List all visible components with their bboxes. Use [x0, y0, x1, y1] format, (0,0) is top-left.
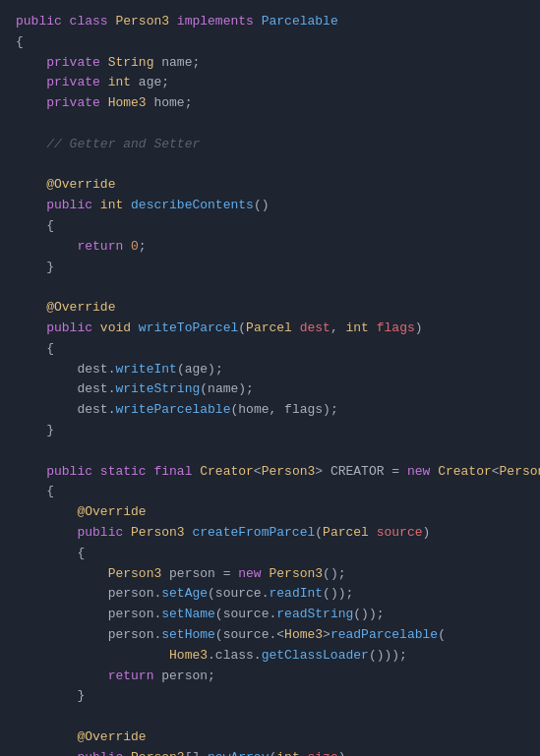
- code-token: writeParcelable: [115, 402, 230, 417]
- code-line: public int describeContents(): [16, 196, 524, 216]
- code-token: Home3: [108, 95, 154, 110]
- code-token: age;: [139, 75, 169, 89]
- code-token: new: [407, 464, 438, 479]
- code-token: (name);: [200, 381, 254, 396]
- code-token: readInt: [269, 586, 323, 601]
- code-token: [16, 607, 108, 621]
- code-line: {: [16, 216, 524, 237]
- code-token: <: [492, 464, 500, 479]
- code-token: 0: [131, 239, 139, 254]
- code-line: Person3 person = new Person3();: [16, 564, 524, 585]
- code-token: [16, 729, 77, 744]
- code-token: [16, 341, 46, 356]
- code-token: (source.: [215, 607, 276, 621]
- code-token: > CREATOR =: [315, 464, 407, 479]
- code-token: int: [346, 320, 377, 335]
- code-token: {: [46, 218, 54, 233]
- code-token: [16, 137, 46, 151]
- code-container: public class Person3 implements Parcelab…: [16, 12, 524, 756]
- code-line: {: [16, 32, 524, 53]
- code-line: person.setHome(source.<Home3>readParcela…: [16, 625, 524, 646]
- code-token: dest: [77, 402, 107, 417]
- code-token: person: [108, 627, 154, 642]
- code-token: readString: [276, 607, 353, 621]
- code-token: size: [308, 750, 338, 756]
- code-token: Person3: [115, 14, 176, 29]
- code-token: <: [254, 464, 262, 479]
- code-token: ;: [139, 239, 147, 254]
- code-token: [16, 260, 46, 274]
- code-line: public class Person3 implements Parcelab…: [16, 12, 524, 32]
- code-token: return: [77, 239, 131, 254]
- code-token: [16, 300, 46, 315]
- code-token: person =: [169, 566, 238, 581]
- code-line: [16, 155, 524, 176]
- code-token: @Override: [46, 300, 115, 315]
- code-line: person.setName(source.readString());: [16, 605, 524, 625]
- code-token: createFromParcel: [192, 525, 315, 540]
- code-token: // Getter and Setter: [46, 137, 200, 151]
- code-token: }: [46, 260, 54, 274]
- code-token: writeString: [115, 381, 200, 396]
- code-line: [16, 441, 524, 462]
- code-token: [16, 75, 46, 89]
- code-token: dest: [300, 320, 330, 335]
- code-line: person.setAge(source.readInt());: [16, 584, 524, 605]
- code-line: @Override: [16, 298, 524, 319]
- code-token: String: [108, 55, 162, 70]
- code-token: static: [100, 464, 154, 479]
- code-token: [16, 362, 77, 377]
- code-line: public static final Creator<Person3> CRE…: [16, 462, 524, 483]
- code-token: }: [46, 423, 54, 437]
- code-token: [16, 320, 46, 335]
- code-token: person;: [161, 669, 215, 683]
- code-token: [16, 586, 108, 601]
- code-line: dest.writeParcelable(home, flags);: [16, 400, 524, 421]
- code-token: writeInt: [115, 362, 176, 377]
- code-token: {: [16, 34, 24, 49]
- code-token: public: [16, 14, 70, 29]
- code-token: [16, 504, 77, 519]
- code-token: [16, 423, 46, 437]
- code-line: // Getter and Setter: [16, 135, 524, 155]
- code-token: name;: [161, 55, 200, 70]
- code-token: Home3: [284, 627, 323, 642]
- code-token: ());: [353, 607, 384, 621]
- code-token: Person3: [269, 566, 323, 581]
- code-line: }: [16, 421, 524, 441]
- code-token: [16, 55, 46, 70]
- code-token: (home, flags);: [230, 402, 337, 417]
- code-token: (: [315, 525, 323, 540]
- code-token: [16, 484, 46, 498]
- code-token: [16, 627, 108, 642]
- code-line: {: [16, 544, 524, 564]
- code-token: int: [100, 198, 131, 212]
- code-token: private: [46, 55, 107, 70]
- code-token: (age);: [177, 362, 223, 377]
- code-token: ,: [330, 320, 346, 335]
- code-token: >: [323, 627, 330, 642]
- code-token: [16, 402, 77, 417]
- code-token: ()));: [369, 648, 407, 663]
- code-token: [16, 464, 46, 479]
- code-token: public: [46, 198, 100, 212]
- code-token: int: [276, 750, 307, 756]
- code-token: [16, 648, 169, 663]
- code-token: [16, 750, 77, 756]
- code-line: {: [16, 482, 524, 502]
- code-token: [16, 566, 108, 581]
- code-token: @Override: [77, 729, 146, 744]
- code-token: Parcel: [323, 525, 377, 540]
- code-token: int: [108, 75, 139, 89]
- code-token: ());: [323, 586, 353, 601]
- code-token: (: [238, 320, 246, 335]
- code-token: getClassLoader: [262, 648, 369, 663]
- code-token: ();: [323, 566, 345, 581]
- code-line: @Override: [16, 175, 524, 196]
- code-line: public Person3[] newArray(int size): [16, 748, 524, 756]
- code-token: setHome: [161, 627, 215, 642]
- code-token: [16, 218, 46, 233]
- code-token: (): [254, 198, 270, 212]
- code-token: person: [108, 586, 154, 601]
- code-token: (source.<: [215, 627, 284, 642]
